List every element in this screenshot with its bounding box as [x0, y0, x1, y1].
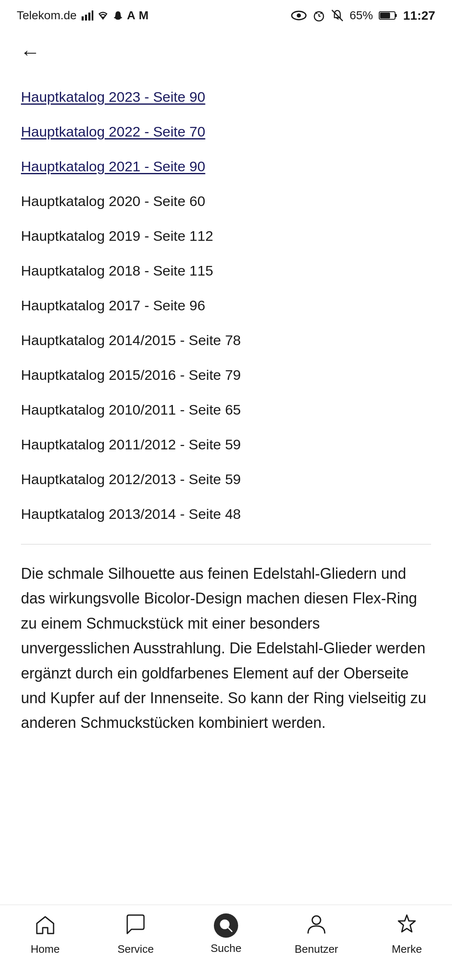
carrier-text: Telekom.de: [17, 9, 77, 22]
nav-item-home[interactable]: Home: [12, 913, 79, 956]
nav-label-suche: Suche: [211, 942, 241, 955]
star-icon: [396, 913, 418, 939]
catalog-item-12: Hauptkatalog 2013/2014 - Seite 48: [21, 497, 431, 531]
search-active-icon: [214, 913, 238, 938]
divider: [21, 544, 431, 544]
status-icons: A M: [82, 9, 149, 22]
catalog-item-10: Hauptkatalog 2011/2012 - Seite 59: [21, 427, 431, 462]
back-button[interactable]: ←: [17, 39, 44, 66]
gmail-icon: M: [139, 9, 148, 22]
battery-icon: [379, 10, 397, 21]
nav-label-home: Home: [31, 943, 59, 956]
snapchat-icon: [113, 10, 123, 21]
catalog-item-7: Hauptkatalog 2014/2015 - Seite 78: [21, 323, 431, 358]
svg-rect-0: [82, 16, 84, 21]
nav-item-service[interactable]: Service: [102, 913, 169, 956]
catalog-item-0[interactable]: Hauptkatalog 2023 - Seite 90: [21, 80, 431, 114]
catalog-item-8: Hauptkatalog 2015/2016 - Seite 79: [21, 358, 431, 392]
svg-line-12: [332, 10, 343, 21]
back-arrow-icon: ←: [20, 42, 40, 62]
catalog-item-9: Hauptkatalog 2010/2011 - Seite 65: [21, 392, 431, 427]
svg-rect-2: [88, 13, 90, 21]
svg-rect-3: [92, 10, 93, 21]
nav-label-benutzer: Benutzer: [295, 943, 338, 956]
home-icon: [34, 913, 56, 939]
status-right: 65% 11:27: [291, 8, 435, 23]
catalog-item-6: Hauptkatalog 2017 - Seite 96: [21, 288, 431, 323]
nav-label-service: Service: [118, 943, 154, 956]
svg-rect-1: [85, 15, 87, 21]
battery-text: 65%: [349, 9, 373, 22]
nav-item-benutzer[interactable]: Benutzer: [283, 913, 350, 956]
status-carrier: Telekom.de A M: [17, 9, 149, 22]
catalog-item-4: Hauptkatalog 2019 - Seite 112: [21, 219, 431, 253]
chat-icon: [125, 913, 146, 939]
svg-point-5: [297, 13, 301, 18]
alarm-icon: [313, 9, 325, 22]
nav-label-merke: Merke: [392, 943, 422, 956]
a-icon: A: [127, 9, 135, 22]
svg-rect-15: [380, 13, 390, 18]
wifi-icon: [97, 10, 109, 21]
bottom-nav: Home Service Suche Benutzer: [0, 905, 452, 980]
bell-mute-icon: [331, 9, 344, 22]
nav-item-merke[interactable]: Merke: [373, 913, 440, 956]
catalog-item-2[interactable]: Hauptkatalog 2021 - Seite 90: [21, 149, 431, 184]
description-text: Die schmale Silhouette aus feinen Edelst…: [21, 561, 431, 752]
catalog-list: Hauptkatalog 2023 - Seite 90Hauptkatalog…: [21, 80, 431, 531]
status-bar: Telekom.de A M: [0, 0, 452, 29]
catalog-item-3: Hauptkatalog 2020 - Seite 60: [21, 184, 431, 219]
signal-icon: [82, 10, 93, 21]
catalog-item-11: Hauptkatalog 2012/2013 - Seite 59: [21, 462, 431, 497]
svg-point-18: [312, 916, 321, 924]
main-content: Hauptkatalog 2023 - Seite 90Hauptkatalog…: [0, 71, 452, 752]
header: ←: [0, 29, 452, 71]
catalog-item-5: Hauptkatalog 2018 - Seite 115: [21, 253, 431, 288]
nav-item-suche[interactable]: Suche: [193, 913, 259, 955]
eye-icon: [291, 10, 307, 21]
catalog-item-1[interactable]: Hauptkatalog 2022 - Seite 70: [21, 114, 431, 149]
person-icon: [306, 913, 327, 939]
svg-rect-14: [395, 14, 397, 17]
status-time: 11:27: [403, 8, 435, 23]
svg-line-17: [228, 927, 232, 931]
